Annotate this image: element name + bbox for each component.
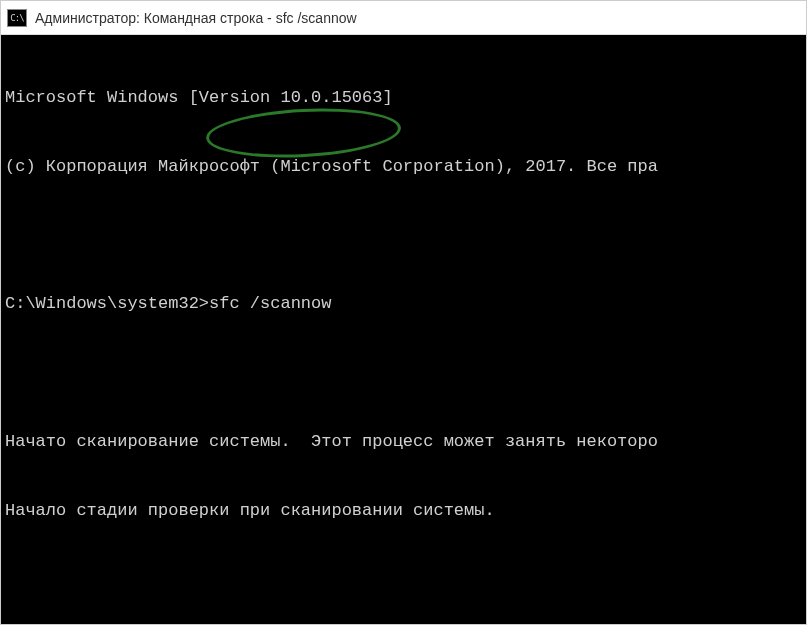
blank-line [5, 362, 802, 385]
app-icon-label: C:\ [10, 13, 23, 23]
scan-start-line: Начато сканирование системы. Этот процес… [5, 431, 802, 454]
annotation-circle [205, 104, 402, 162]
app-icon: C:\ [7, 9, 27, 27]
command-text: sfc /scannow [209, 294, 331, 313]
window-title: Администратор: Командная строка - sfc /s… [35, 10, 357, 26]
copyright-line: (c) Корпорация Майкрософт (Microsoft Cor… [5, 156, 802, 179]
blank-line [5, 225, 802, 248]
prompt-line: C:\Windows\system32>sfc /scannow [5, 293, 802, 316]
prompt-text: C:\Windows\system32> [5, 294, 209, 313]
titlebar[interactable]: C:\ Администратор: Командная строка - sf… [1, 1, 806, 35]
command-prompt-window: C:\ Администратор: Командная строка - sf… [0, 0, 807, 625]
scan-stage-line: Начало стадии проверки при сканировании … [5, 500, 802, 523]
version-line: Microsoft Windows [Version 10.0.15063] [5, 87, 802, 110]
terminal-area[interactable]: Microsoft Windows [Version 10.0.15063] (… [1, 35, 806, 624]
